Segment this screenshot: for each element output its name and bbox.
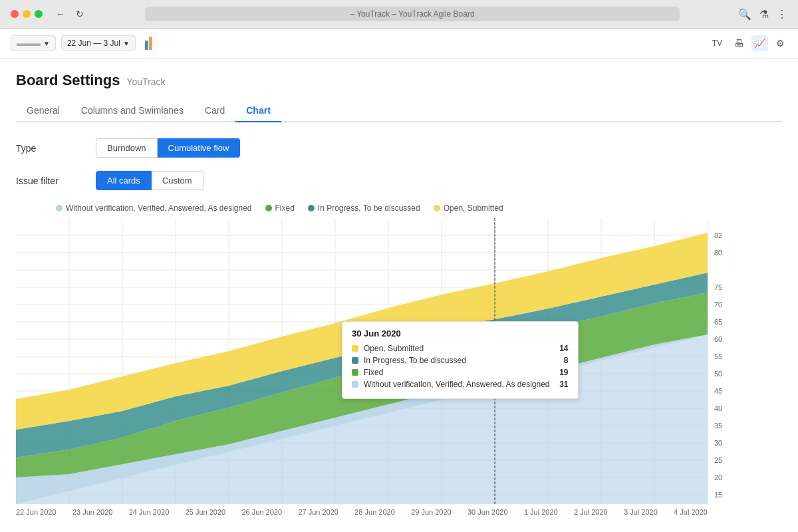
y-label: 70: [714, 301, 722, 309]
tooltip-label-green: Fixed: [364, 368, 550, 377]
tooltip-row-teal: In Progress, To be discussed 8: [352, 356, 569, 365]
chart-bar-icon: [145, 41, 148, 50]
chart-bar-icon: [149, 37, 152, 50]
x-label-12: 4 Jul 2020: [674, 508, 708, 516]
filter-button-group: All cards Custom: [96, 171, 203, 190]
tooltip-date: 30 Jun 2020: [352, 329, 569, 338]
y-label: 50: [714, 370, 722, 378]
legend-color-green: [265, 205, 272, 211]
y-label: 45: [714, 387, 722, 395]
legend-item-yellow: Open, Submitted: [434, 203, 503, 213]
chart-container: Without verification, Verified, Answered…: [16, 203, 782, 516]
minimize-button[interactable]: [23, 10, 31, 18]
x-label-9: 1 Jul 2020: [524, 508, 558, 516]
browser-actions: 🔍 ⚗ ⋮: [738, 8, 787, 21]
page-content: Board Settings YouTrack General Columns …: [0, 59, 798, 529]
y-label: 80: [714, 249, 722, 257]
chart-toggle-button[interactable]: [141, 34, 156, 53]
toolbar: ▬▬▬ ▼ 22 Jun — 3 Jul ▼ TV 🖶 📈 ⚙: [0, 29, 798, 59]
y-label: 35: [714, 422, 722, 430]
legend-label-light-blue: Without verification, Verified, Answered…: [66, 203, 252, 213]
tooltip-label-light-blue: Without verification, Verified, Answered…: [364, 380, 550, 389]
tv-button[interactable]: TV: [708, 36, 726, 51]
page-title: Board Settings: [16, 72, 120, 89]
x-axis: 22 Jun 2020 23 Jun 2020 24 Jun 2020 25 J…: [16, 504, 708, 516]
legend-color-yellow: [434, 205, 440, 211]
browser-chrome: ← ↻ – YouTrack – YouTrack Agile Board 🔍 …: [0, 0, 798, 29]
chart-tooltip: 30 Jun 2020 Open, Submitted 14 In Progre…: [342, 321, 579, 399]
tooltip-label-yellow: Open, Submitted: [364, 344, 550, 353]
legend-item-green: Fixed: [265, 203, 295, 213]
tabs: General Columns and Swimlanes Card Chart: [16, 100, 782, 122]
tab-chart[interactable]: Chart: [235, 100, 281, 122]
tab-general[interactable]: General: [16, 100, 70, 122]
y-label: 15: [714, 491, 722, 499]
y-label: 65: [714, 318, 722, 326]
tooltip-value-light-blue: 31: [555, 380, 569, 389]
maximize-button[interactable]: [35, 10, 43, 18]
sprint-label: ▬▬▬: [17, 39, 41, 48]
legend-item-light-blue: Without verification, Verified, Answered…: [56, 203, 252, 213]
y-label: 20: [714, 473, 722, 481]
toolbar-right: TV 🖶 📈 ⚙: [708, 35, 787, 51]
traffic-lights: [11, 10, 43, 18]
nav-buttons: ← ↻: [53, 7, 86, 21]
refresh-button[interactable]: ↻: [73, 7, 86, 21]
tooltip-value-yellow: 14: [555, 344, 569, 353]
x-label-7: 29 Jun 2020: [411, 508, 452, 516]
x-label-11: 3 Jul 2020: [624, 508, 658, 516]
extensions-icon[interactable]: ⚗: [759, 8, 769, 21]
type-button-group: Burndown Cumulative flow: [96, 138, 240, 158]
y-label: 82: [714, 231, 722, 239]
legend-color-teal: [308, 205, 315, 211]
x-label-3: 25 Jun 2020: [186, 508, 226, 516]
settings-button[interactable]: ⚙: [773, 35, 787, 51]
y-label: 55: [714, 352, 722, 360]
type-label: Type: [16, 143, 96, 154]
tab-card[interactable]: Card: [194, 100, 235, 122]
legend-label-green: Fixed: [275, 203, 295, 213]
tab-columns[interactable]: Columns and Swimlanes: [70, 100, 194, 122]
all-cards-button[interactable]: All cards: [96, 171, 152, 190]
tooltip-color-yellow: [352, 345, 358, 352]
tooltip-row-light-blue: Without verification, Verified, Answered…: [352, 380, 569, 389]
chevron-down-icon: ▼: [43, 40, 50, 47]
chart-view-button[interactable]: 📈: [751, 35, 768, 51]
legend-color-light-blue: [56, 205, 63, 211]
search-icon[interactable]: 🔍: [738, 8, 751, 21]
x-label-6: 28 Jun 2020: [354, 508, 395, 516]
x-label-2: 24 Jun 2020: [129, 508, 170, 516]
custom-button[interactable]: Custom: [152, 171, 203, 190]
y-label: 40: [714, 404, 722, 412]
y-label: 75: [714, 283, 722, 291]
x-label-0: 22 Jun 2020: [16, 508, 57, 516]
tooltip-value-teal: 8: [555, 356, 569, 365]
chart-body: 82 80 75 70 65 60 55 50 45 40 35 30 25 2…: [16, 218, 782, 516]
x-label-4: 26 Jun 2020: [242, 508, 283, 516]
y-label: 60: [714, 335, 722, 343]
date-range-label: 22 Jun — 3 Jul: [67, 39, 120, 48]
tooltip-row-yellow: Open, Submitted 14: [352, 344, 569, 353]
legend-item-teal: In Progress, To be discussed: [308, 203, 420, 213]
y-label: 25: [714, 456, 722, 464]
sprint-selector[interactable]: ▬▬▬ ▼: [11, 35, 56, 51]
x-label-10: 2 Jul 2020: [574, 508, 608, 516]
date-selector[interactable]: 22 Jun — 3 Jul ▼: [61, 35, 136, 51]
print-button[interactable]: 🖶: [732, 35, 746, 51]
burndown-button[interactable]: Burndown: [96, 138, 158, 158]
chevron-down-icon: ▼: [123, 40, 130, 47]
back-button[interactable]: ←: [53, 7, 68, 21]
cumulative-flow-button[interactable]: Cumulative flow: [158, 138, 241, 158]
x-label-1: 23 Jun 2020: [72, 508, 113, 516]
legend-label-teal: In Progress, To be discussed: [318, 203, 420, 213]
x-label-5: 27 Jun 2020: [298, 508, 338, 516]
menu-icon[interactable]: ⋮: [777, 8, 787, 21]
tooltip-color-teal: [352, 357, 358, 364]
filter-setting-row: Issue filter All cards Custom: [16, 171, 782, 190]
close-button[interactable]: [11, 10, 19, 18]
address-bar[interactable]: – YouTrack – YouTrack Agile Board: [145, 7, 680, 21]
x-label-8: 30 Jun 2020: [467, 508, 508, 516]
page-subtitle: YouTrack: [126, 76, 165, 87]
y-label: 30: [714, 439, 722, 447]
type-setting-row: Type Burndown Cumulative flow: [16, 138, 782, 158]
